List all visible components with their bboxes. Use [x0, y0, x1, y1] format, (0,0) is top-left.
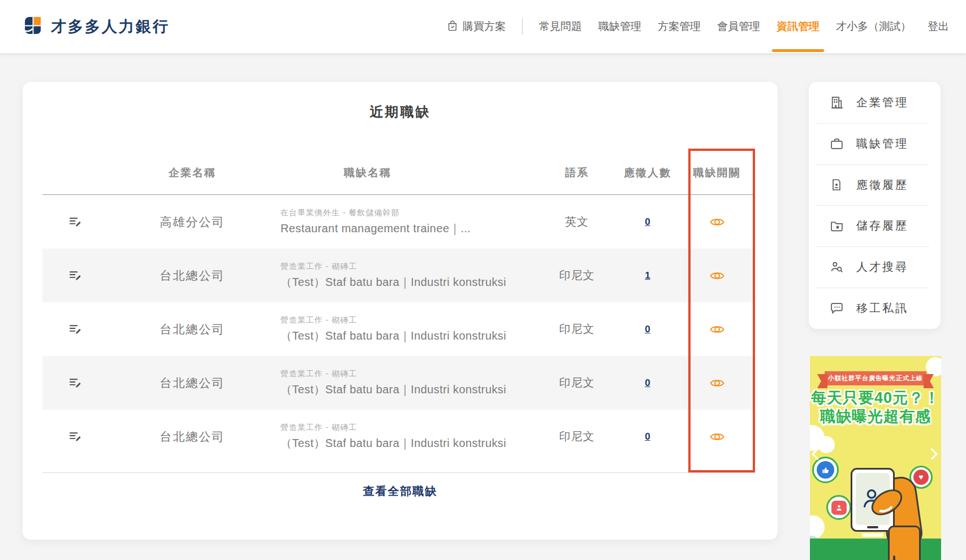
briefcase-icon [829, 137, 844, 151]
applicant-count-link[interactable]: 1 [645, 270, 650, 281]
job-cell: 營造業工作 - 砌磚工 （Test）Staf batu bara｜Industr… [277, 369, 537, 397]
nav-item-logout[interactable]: 登出 [928, 19, 949, 34]
job-language: 印尼文 [537, 429, 616, 444]
sidebar-item-application-resumes[interactable]: 應徵履歷 [809, 164, 941, 206]
nav-divider [522, 18, 523, 35]
top-navigation-bar: 才多多人力銀行 購買方案 常見問題 職缺管理 方案管理 會員管理 資訊管理 才小… [0, 0, 966, 54]
job-title: （Test）Staf batu bara｜Industri konstruksi [281, 275, 537, 290]
ad-ground-strip [810, 539, 941, 560]
sidebar-item-label: 應徵履歷 [856, 177, 908, 193]
applicant-count-link[interactable]: 0 [645, 377, 650, 388]
promo-ad-banner[interactable]: 小額社群平台廣告曝光正式上線 每天只要40元？！ 職缺曝光超有感 ♥ [810, 356, 941, 560]
building-icon [829, 95, 844, 110]
edit-job-icon[interactable] [66, 321, 84, 337]
table-row: 台北總公司 營造業工作 - 砌磚工 （Test）Staf batu bara｜I… [42, 356, 755, 410]
nav-item-buy-plan[interactable]: 購買方案 [447, 19, 506, 34]
sidebar-item-label: 職缺管理 [856, 136, 908, 151]
table-row: 台北總公司 營造業工作 - 砌磚工 （Test）Staf batu bara｜I… [42, 249, 755, 302]
job-category: 營造業工作 - 砌磚工 [281, 423, 537, 433]
wrist-illustration [888, 526, 921, 560]
view-all-jobs-link[interactable]: 查看全部職缺 [363, 485, 438, 497]
table-row: 台北總公司 營造業工作 - 砌磚工 （Test）Staf batu bara｜I… [42, 302, 755, 356]
main-nav: 購買方案 常見問題 職缺管理 方案管理 會員管理 資訊管理 才小多（測試） 登出 [447, 18, 949, 35]
ad-headline-line2: 職缺曝光超有感 [810, 406, 941, 427]
eye-toggle-icon[interactable] [708, 215, 726, 229]
company-name: 台北總公司 [107, 375, 277, 391]
nav-item-info-management[interactable]: 資訊管理 [777, 19, 820, 34]
table-row: 台北總公司 營造業工作 - 砌磚工 （Test）Staf batu bara｜I… [42, 410, 755, 463]
page-title: 近期職缺 [23, 102, 778, 121]
job-language: 英文 [537, 214, 616, 229]
nav-item-plan-management[interactable]: 方案管理 [658, 19, 701, 34]
carousel-indicator [862, 533, 883, 537]
eye-toggle-icon[interactable] [708, 376, 726, 390]
column-header-language: 語系 [537, 166, 616, 180]
job-cell: 在台畢業僑外生 - 餐飲儲備幹部 Restaurant management t… [277, 208, 537, 236]
chat-icon [829, 301, 844, 315]
company-name: 高雄分公司 [107, 214, 277, 230]
job-category: 在台畢業僑外生 - 餐飲儲備幹部 [281, 208, 537, 218]
cloud-decoration [926, 357, 941, 376]
sidebar-item-talent-search[interactable]: 人才搜尋 [809, 246, 941, 288]
resume-icon [829, 178, 844, 192]
edit-job-icon[interactable] [66, 214, 84, 230]
sidebar-item-label: 儲存履歷 [856, 218, 908, 233]
job-cell: 營造業工作 - 砌磚工 （Test）Staf batu bara｜Industr… [277, 315, 537, 344]
eye-toggle-icon[interactable] [708, 269, 726, 283]
job-title: （Test）Staf batu bara｜Industri konstruksi [281, 328, 537, 344]
job-language: 印尼文 [537, 322, 616, 337]
person-bubble-icon [826, 495, 851, 520]
nav-item-account[interactable]: 才小多（測試） [836, 19, 911, 34]
brand-logo-icon [24, 16, 43, 37]
applicant-count-link[interactable]: 0 [645, 324, 650, 335]
shopping-bag-icon [447, 20, 458, 34]
person-search-icon [829, 260, 844, 274]
folder-star-icon [829, 219, 844, 233]
like-bubble-icon [812, 457, 839, 483]
eye-toggle-icon[interactable] [708, 430, 726, 444]
job-language: 印尼文 [537, 375, 616, 390]
eye-toggle-icon[interactable] [708, 323, 726, 336]
brand-name: 才多多人力銀行 [51, 16, 170, 37]
column-header-job: 職缺名稱 [277, 166, 537, 180]
sidebar-item-label: 人才搜尋 [856, 259, 908, 275]
ad-headline-line1: 每天只要40元？！ [810, 388, 941, 408]
edit-job-icon[interactable] [66, 428, 84, 445]
brand-logo[interactable]: 才多多人力銀行 [24, 16, 170, 37]
table-body: 高雄分公司 在台畢業僑外生 - 餐飲儲備幹部 Restaurant manage… [42, 195, 755, 473]
company-name: 台北總公司 [107, 429, 277, 445]
job-category: 營造業工作 - 砌磚工 [281, 262, 537, 272]
applicant-count-link[interactable]: 0 [645, 431, 650, 442]
applicant-count-link[interactable]: 0 [645, 216, 650, 227]
quick-menu-sidebar: 企業管理 職缺管理 應徵履歷 儲存履歷 [809, 82, 941, 329]
job-category: 營造業工作 - 砌磚工 [281, 315, 537, 325]
carousel-next-icon[interactable] [926, 448, 938, 460]
job-title: （Test）Staf batu bara｜Industri konstruksi [281, 436, 537, 451]
sidebar-item-company-management[interactable]: 企業管理 [809, 82, 941, 123]
recent-jobs-card: 近期職缺 企業名稱 職缺名稱 語系 應徵人數 職缺開關 高雄分公司 [23, 82, 778, 540]
job-title: Restaurant management trainee｜... [281, 221, 537, 236]
sidebar-item-job-management[interactable]: 職缺管理 [809, 123, 941, 164]
column-header-company: 企業名稱 [107, 166, 277, 180]
job-category: 營造業工作 - 砌磚工 [281, 369, 537, 379]
job-cell: 營造業工作 - 砌磚工 （Test）Staf batu bara｜Industr… [277, 423, 537, 451]
job-language: 印尼文 [537, 268, 616, 283]
sidebar-item-label: 移工私訊 [856, 301, 908, 316]
column-header-applicants: 應徵人數 [616, 166, 679, 180]
edit-job-icon[interactable] [66, 267, 84, 284]
sidebar-item-saved-resumes[interactable]: 儲存履歷 [809, 205, 941, 246]
nav-item-member-management[interactable]: 會員管理 [717, 19, 760, 34]
sidebar-item-label: 企業管理 [856, 95, 908, 110]
table-row: 高雄分公司 在台畢業僑外生 - 餐飲儲備幹部 Restaurant manage… [42, 195, 755, 249]
company-name: 台北總公司 [107, 322, 277, 337]
company-name: 台北總公司 [107, 268, 277, 284]
edit-job-icon[interactable] [66, 375, 84, 391]
ad-ribbon: 小額社群平台廣告曝光正式上線 [825, 371, 926, 385]
nav-item-faq[interactable]: 常見問題 [539, 19, 582, 34]
column-header-toggle: 職缺開關 [679, 166, 755, 180]
job-cell: 營造業工作 - 砌磚工 （Test）Staf batu bara｜Industr… [277, 262, 537, 290]
job-title: （Test）Staf batu bara｜Industri konstruksi [281, 382, 537, 397]
table-header-row: 企業名稱 職缺名稱 語系 應徵人數 職缺開關 [42, 151, 755, 195]
nav-item-job-management[interactable]: 職缺管理 [598, 19, 641, 34]
sidebar-item-worker-messages[interactable]: 移工私訊 [809, 288, 941, 329]
